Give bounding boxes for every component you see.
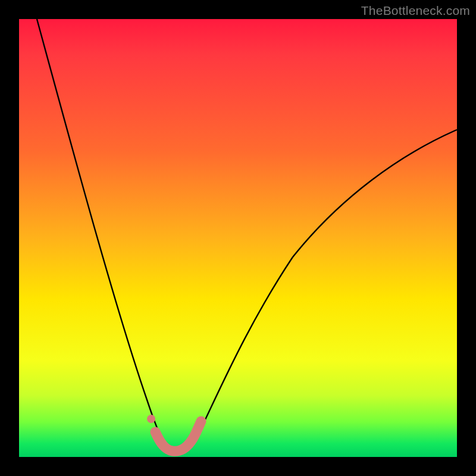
chart-frame: TheBottleneck.com (0, 0, 476, 476)
bottleneck-curve (37, 19, 457, 452)
plot-area (19, 19, 457, 457)
highlight-dot (147, 415, 155, 423)
highlight-optimal-zone (155, 421, 201, 451)
bottleneck-curve-svg (19, 19, 457, 457)
watermark-text: TheBottleneck.com (361, 4, 470, 18)
